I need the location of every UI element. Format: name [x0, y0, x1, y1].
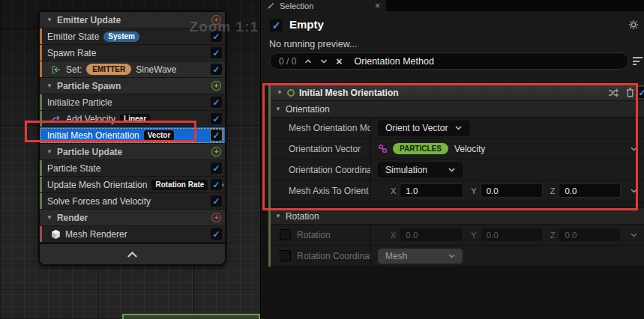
chevron-down-icon [455, 126, 462, 130]
section-particle-spawn[interactable]: ▼ Particle Spawn + [40, 78, 225, 94]
shuffle-icon[interactable] [608, 88, 619, 97]
search-input[interactable]: Orientation Method [355, 56, 434, 67]
emitter-graph-canvas[interactable]: Zoom 1:1 ▼ Emitter Update + Emitter Stat… [0, 0, 260, 319]
collapse-triangle-icon[interactable]: ▼ [46, 215, 52, 221]
category-label: Rotation [286, 211, 319, 222]
trash-icon[interactable] [626, 88, 634, 97]
section-render[interactable]: ▼ Render + [40, 210, 225, 226]
emitter-node[interactable]: ▼ Emitter Update + Emitter State System … [38, 10, 226, 266]
enable-rotation-checkbox[interactable] [280, 229, 291, 240]
other-node-edge[interactable] [122, 314, 260, 319]
collapse-triangle-icon[interactable]: ▼ [46, 83, 52, 89]
module-enabled-checkbox[interactable]: ✓ [211, 130, 222, 141]
property-label: Orientation Coordinate Sp [271, 160, 371, 180]
tab-selection[interactable]: Selection × [261, 0, 386, 11]
module-enabled-checkbox[interactable]: ✓ [211, 64, 222, 75]
module-initialize-particle[interactable]: Initialize Particle ✓ [40, 94, 225, 111]
property-row-rotation-coordinate-space: Rotation Coordinate S Mesh [271, 246, 644, 267]
module-enabled-checkbox[interactable]: ✓ [211, 162, 222, 174]
tab-label: Selection [280, 1, 313, 10]
search-prev-icon[interactable] [304, 59, 312, 64]
module-spawn-rate[interactable]: Spawn Rate ✓ [40, 45, 225, 61]
vector-badge: Vector [144, 130, 175, 141]
property-label: Rotation [297, 230, 331, 240]
filter-icon[interactable] [633, 57, 643, 65]
collapse-triangle-icon[interactable]: ▼ [277, 90, 283, 96]
z-axis-label: Z [550, 231, 556, 240]
z-value-field[interactable]: 0.0 [559, 183, 621, 198]
gear-icon[interactable] [628, 19, 639, 30]
y-value-field[interactable]: 0.0 [481, 183, 543, 198]
collapse-triangle-icon[interactable]: ▼ [275, 213, 281, 219]
y-axis-label: Y [471, 186, 476, 195]
add-module-button[interactable]: + [211, 147, 221, 157]
module-enabled-checkbox[interactable]: ✓ [211, 195, 222, 207]
section-gap [271, 201, 644, 208]
chevron-down-icon[interactable] [631, 233, 637, 237]
emitter-namespace-badge: EMITTER [86, 64, 131, 75]
collapse-triangle-icon[interactable]: ▼ [46, 17, 52, 23]
add-renderer-button[interactable]: + [211, 213, 221, 222]
z-axis-label: Z [550, 186, 556, 195]
particles-namespace-badge: PARTICLES [393, 143, 448, 154]
category-orientation[interactable]: ▼ Orientation [271, 101, 644, 118]
link-icon[interactable] [378, 144, 388, 154]
module-set-sinewave[interactable]: Set: EMITTER SineWave ✓ [40, 61, 225, 78]
system-badge: System [103, 31, 139, 42]
y-axis-label: Y [471, 231, 476, 240]
x-value-field[interactable]: 1.0 [400, 183, 463, 198]
search-bar[interactable]: 0 / 0 × Orientation Method [269, 52, 629, 70]
module-enabled-checkbox[interactable]: ✓ [211, 97, 222, 108]
dropdown-value: Simulation [385, 165, 427, 175]
emitter-enabled-checkbox[interactable]: ✓ [270, 19, 283, 31]
enable-rotation-coordinate-checkbox[interactable] [280, 250, 291, 261]
module-enabled-checkbox[interactable]: ✓ [211, 113, 222, 124]
module-label: Emitter State [47, 31, 99, 42]
module-add-velocity[interactable]: Add Velocity Linear ✓ [40, 111, 225, 127]
close-tab-icon[interactable]: × [375, 1, 380, 10]
module-label: Mesh Renderer [65, 229, 127, 240]
bound-attribute-value: Velocity [454, 144, 485, 154]
tab-bar: Selection × [261, 0, 644, 11]
mesh-orientation-mode-dropdown[interactable]: Orient to Vector [378, 121, 469, 136]
module-enabled-checkbox[interactable]: ✓ [211, 179, 222, 190]
module-label: Particle State [47, 163, 100, 174]
z-value-field[interactable]: 0.0 [559, 228, 621, 242]
module-enabled-checkbox[interactable]: ✓ [637, 87, 644, 98]
collapse-node-button[interactable] [40, 244, 225, 264]
section-particle-update[interactable]: ▼ Particle Update + [40, 144, 225, 160]
add-module-button[interactable]: + [211, 81, 221, 91]
module-label: Solve Forces and Velocity [47, 196, 151, 207]
clear-search-icon[interactable]: × [336, 56, 342, 67]
x-axis-label: X [391, 186, 396, 195]
module-initial-mesh-orientation[interactable]: Initial Mesh Orientation Vector ✓ [40, 127, 225, 144]
category-rotation[interactable]: ▼ Rotation [271, 208, 644, 225]
rotation-coordinate-dropdown[interactable]: Mesh [378, 249, 463, 264]
graph-zoom-label: Zoom 1:1 [190, 19, 259, 35]
module-dot-icon [287, 89, 295, 97]
section-label: Particle Update [57, 147, 122, 157]
module-mesh-renderer[interactable]: Mesh Renderer ✓ [40, 226, 225, 243]
chevron-down-icon[interactable] [631, 147, 637, 151]
collapse-triangle-icon[interactable]: ▼ [275, 106, 281, 112]
module-enabled-checkbox[interactable]: ✓ [211, 47, 222, 58]
module-enabled-checkbox[interactable]: ✓ [211, 228, 222, 240]
coordinate-space-dropdown[interactable]: Simulation [378, 162, 463, 177]
module-solve-forces[interactable]: Solve Forces and Velocity ✓ [40, 193, 225, 210]
cube-icon [51, 229, 61, 240]
collapse-triangle-icon[interactable]: ▼ [46, 149, 52, 155]
x-value-field[interactable]: 0.0 [400, 228, 463, 242]
module-particle-state[interactable]: Particle State ✓ [40, 160, 225, 177]
category-label: Orientation [286, 104, 330, 115]
search-next-icon[interactable] [320, 59, 328, 64]
dropdown-value: Orient to Vector [385, 123, 448, 133]
chevron-down-icon[interactable] [631, 189, 637, 193]
selection-panel: Selection × ✓ Empty No running preview..… [260, 0, 644, 319]
linear-badge: Linear [120, 114, 150, 124]
module-update-mesh-orientation[interactable]: Update Mesh Orientation Rotation Rate ✓ [40, 177, 225, 193]
y-value-field[interactable]: 0.0 [481, 228, 543, 242]
property-row-orientation-coordinate-space: Orientation Coordinate Sp Simulation [271, 160, 644, 180]
module-section-header[interactable]: ▼ Initial Mesh Orientation ✓ [271, 85, 644, 101]
module-label: Spawn Rate [47, 48, 96, 58]
details-view: ▼ Initial Mesh Orientation ✓ ▼ [268, 85, 644, 267]
